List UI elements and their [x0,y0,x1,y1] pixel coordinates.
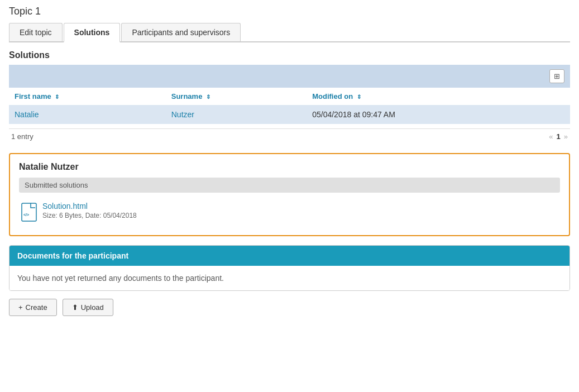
cell-surname[interactable]: Nutzer [166,105,307,124]
sort-icon-first-name: ⇕ [55,94,59,100]
file-info: Solution.html Size: 6 Bytes, Date: 05/04… [42,202,137,219]
solutions-table: First name ⇕ Surname ⇕ Modified on ⇕ Nat… [9,88,570,124]
file-link[interactable]: Solution.html [42,202,137,211]
svg-rect-0 [22,203,36,221]
page-title: Topic 1 [9,6,570,17]
documents-header: Documents for the participant [9,246,570,266]
entry-count: 1 entry [11,132,34,141]
upload-icon: ⬆ [72,303,78,312]
submitted-solutions-bar: Submitted solutions [19,178,560,193]
svg-text:</>: </> [23,213,29,217]
documents-body: You have not yet returned any documents … [9,266,570,290]
solution-file-row: </> Solution.html Size: 6 Bytes, Date: 0… [19,198,560,227]
sort-icon-modified-on: ⇕ [357,94,361,100]
current-page: 1 [557,132,561,141]
cell-first-name[interactable]: Natalie [9,105,166,124]
table-toolbar: ⊞ [9,65,570,88]
sort-icon-surname: ⇕ [206,94,210,100]
columns-toggle-button[interactable]: ⊞ [549,69,564,83]
pagination-row: 1 entry « 1 » [9,128,570,144]
tab-edit-topic[interactable]: Edit topic [9,23,63,41]
col-header-modified-on[interactable]: Modified on ⇕ [307,88,570,105]
action-buttons: + Create ⬆ Upload [9,299,570,316]
cell-modified-on: 05/04/2018 at 09:47 AM [307,105,570,124]
table-row[interactable]: Natalie Nutzer 05/04/2018 at 09:47 AM [9,105,570,124]
tab-participants[interactable]: Participants and supervisors [121,23,241,41]
columns-icon: ⊞ [554,72,560,80]
participant-detail-box: Natalie Nutzer Submitted solutions </> S… [9,153,570,236]
participant-name: Natalie Nutzer [19,162,560,172]
upload-label: Upload [81,303,104,312]
plus-icon: + [18,303,23,312]
create-button[interactable]: + Create [9,299,57,316]
col-header-first-name[interactable]: First name ⇕ [9,88,166,105]
documents-section: Documents for the participant You have n… [9,245,570,291]
next-page-button[interactable]: » [564,132,568,141]
tab-solutions[interactable]: Solutions [64,23,121,42]
col-header-surname[interactable]: Surname ⇕ [166,88,307,105]
file-icon: </> [21,203,37,224]
upload-button[interactable]: ⬆ Upload [63,299,113,316]
file-meta: Size: 6 Bytes, Date: 05/04/2018 [42,212,137,219]
pagination-controls: « 1 » [549,132,568,141]
section-title: Solutions [9,50,570,60]
prev-page-button[interactable]: « [549,132,553,141]
create-label: Create [26,303,47,312]
tabs-container: Edit topic Solutions Participants and su… [9,23,570,42]
